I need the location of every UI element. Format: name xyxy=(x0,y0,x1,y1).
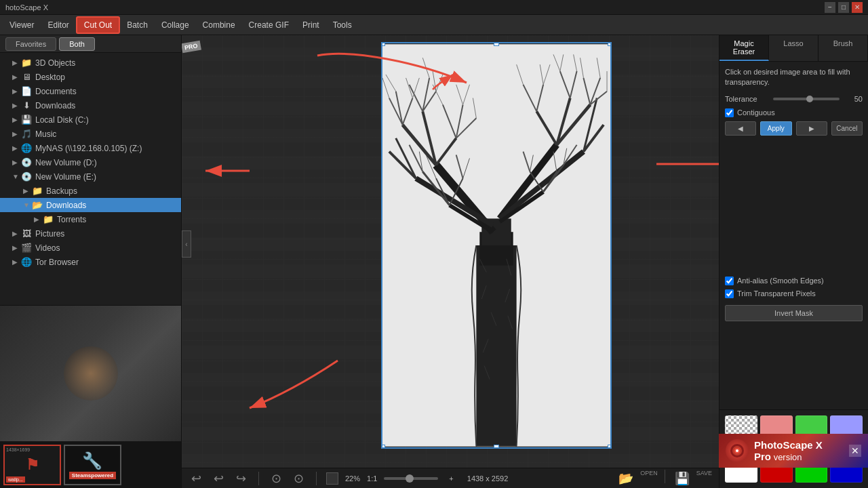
separator xyxy=(665,470,665,483)
tab-favorites[interactable]: Favorites xyxy=(5,37,56,51)
arrow-icon: ▶ xyxy=(12,73,19,81)
sidebar-item-pictures[interactable]: ▶ 🖼 Pictures xyxy=(0,226,181,241)
arrow-icon: ▶ xyxy=(12,159,19,166)
sidebar-item-downloads-top[interactable]: ▶ ⬇ Downloads xyxy=(0,98,181,113)
thumb-inner: 1438×1699 ⚑ wallp... xyxy=(5,446,60,484)
tab-both[interactable]: Both xyxy=(59,37,95,51)
sidebar-item-mynas[interactable]: ▶ 🌐 MyNAS (\\192.168.0.105) (Z:) xyxy=(0,141,181,155)
menu-batch[interactable]: Batch xyxy=(120,18,155,33)
trim-checkbox[interactable] xyxy=(725,289,734,298)
sidebar-item-newvol-d[interactable]: ▶ 💿 New Volume (D:) xyxy=(0,155,181,169)
tab-lasso[interactable]: Lasso xyxy=(769,35,818,61)
thumbnail-area: 1438×1699 ⚑ wallp... 🔧 Steamspowered xyxy=(0,305,181,488)
save-button[interactable]: 💾 xyxy=(672,470,692,487)
selection-handle-tr xyxy=(608,42,612,46)
music-icon: 🎵 xyxy=(21,129,32,139)
folder-icon: 📁 xyxy=(43,214,54,224)
tab-magic-eraser[interactable]: Magic Eraser xyxy=(719,35,769,61)
apply-button[interactable]: Apply xyxy=(760,121,791,136)
antialias-label[interactable]: Anti-alias (Smooth Edges) xyxy=(737,277,824,285)
separator xyxy=(316,472,317,485)
sidebar-item-torbrowser[interactable]: ▶ 🌐 Tor Browser xyxy=(0,255,181,269)
pro-logo xyxy=(726,439,749,462)
close-button[interactable]: ✕ xyxy=(852,2,863,13)
sidebar-item-backups[interactable]: ▶ 📁 Backups xyxy=(0,184,181,198)
disk-icon: 💾 xyxy=(21,115,32,125)
arrow-icon: ▶ xyxy=(12,102,19,109)
expand-arrow-icon: ▼ xyxy=(23,201,30,209)
sidebar-item-3dobjects[interactable]: ▶ 📁 3D Objects xyxy=(0,56,181,70)
undo-button[interactable]: ↩ xyxy=(189,470,204,487)
tolerance-value: 50 xyxy=(844,95,863,103)
maximize-button[interactable]: □ xyxy=(838,2,849,13)
zoom-slider[interactable] xyxy=(384,477,438,480)
version-label: version xyxy=(774,452,802,462)
sidebar: Favorites Both ▶ 📁 3D Objects ▶ 🖥 Deskto… xyxy=(0,35,182,488)
menu-viewer[interactable]: Viewer xyxy=(3,18,41,33)
cancel-button[interactable]: Cancel xyxy=(831,121,863,136)
trim-row: Trim Transparent Pixels xyxy=(725,289,863,298)
thumbnail-item[interactable]: 1438×1699 ⚑ wallp... xyxy=(3,445,61,485)
preview-blur xyxy=(64,346,118,401)
arrow-icon: ▶ xyxy=(23,187,30,195)
reset-button[interactable]: ⊙ xyxy=(269,470,284,487)
tree-image xyxy=(382,43,610,447)
selection-handle-tl xyxy=(381,42,385,46)
sidebar-item-music[interactable]: ▶ 🎵 Music xyxy=(0,127,181,141)
sidebar-collapse-handle[interactable]: ‹ xyxy=(182,230,191,258)
contiguous-label[interactable]: Contiguous xyxy=(737,108,775,117)
antialias-checkbox[interactable] xyxy=(725,277,734,285)
statusbar: ↩ ↩ ↪ ⊙ ⊙ 22% 1:1 + 1438 x 2592 📂 OPEN 💾… xyxy=(182,468,719,488)
menu-creategif[interactable]: Create GIF xyxy=(242,18,296,33)
menu-editor[interactable]: Editor xyxy=(41,18,75,33)
menu-cutout[interactable]: Cut Out xyxy=(76,16,120,34)
zoom-slider-thumb[interactable] xyxy=(406,474,414,483)
sidebar-item-desktop[interactable]: ▶ 🖥 Desktop xyxy=(0,70,181,84)
sidebar-item-downloads[interactable]: ▼ 📂 Downloads xyxy=(0,198,181,212)
folder-icon: 📁 xyxy=(32,186,43,196)
tolerance-thumb[interactable] xyxy=(806,96,813,102)
menu-combine[interactable]: Combine xyxy=(196,18,242,33)
prev-button[interactable]: ◀ xyxy=(725,121,756,136)
view-button[interactable]: ⊙ xyxy=(291,470,307,487)
trim-label[interactable]: Trim Transparent Pixels xyxy=(737,289,816,298)
arrow-icon: ▶ xyxy=(12,116,19,123)
arrow-icon: ▶ xyxy=(12,59,19,66)
next-button[interactable]: ▶ xyxy=(796,121,827,136)
arrow-icon: ▶ xyxy=(12,144,19,152)
canvas-content[interactable]: PRO xyxy=(182,35,719,468)
window-controls: − □ ✕ xyxy=(825,2,863,13)
download-icon: ⬇ xyxy=(21,100,32,110)
open-button[interactable]: 📂 xyxy=(616,470,636,487)
steamspowered-thumb: 🔧 Steamspowered xyxy=(69,451,116,479)
menu-print[interactable]: Print xyxy=(296,18,326,33)
tabbar: Favorites Both xyxy=(0,35,181,53)
tab-brush[interactable]: Brush xyxy=(818,35,868,61)
invert-mask-button[interactable]: Invert Mask xyxy=(725,305,863,321)
thumbnail-item-2[interactable]: 🔧 Steamspowered xyxy=(64,445,121,485)
sidebar-item-documents[interactable]: ▶ 📄 Documents xyxy=(0,84,181,98)
redo-button[interactable]: ↪ xyxy=(233,470,249,487)
menu-tools[interactable]: Tools xyxy=(326,18,359,33)
sidebar-item-videos[interactable]: ▶ 🎬 Videos xyxy=(0,241,181,255)
contiguous-checkbox[interactable] xyxy=(725,108,734,117)
minimize-button[interactable]: − xyxy=(825,2,835,13)
right-panel: Magic Eraser Lasso Brush Click on desire… xyxy=(719,35,868,488)
pro-banner-close[interactable]: ✕ xyxy=(849,445,861,457)
preview-area xyxy=(0,306,181,441)
undo2-button[interactable]: ↩ xyxy=(211,470,226,487)
menu-collage[interactable]: Collage xyxy=(155,18,196,33)
window-title: hotoScape X xyxy=(5,3,48,12)
zoom-ratio: 1:1 xyxy=(367,474,377,483)
titlebar: hotoScape X − □ ✕ xyxy=(0,0,868,15)
sidebar-item-torrents[interactable]: ▶ 📁 Torrents xyxy=(0,212,181,226)
desktop-icon: 🖥 xyxy=(21,72,32,82)
contiguous-row: Contiguous xyxy=(725,108,863,117)
tool-content: Click on desired image area to fill with… xyxy=(719,62,868,409)
arrow-icon: ▶ xyxy=(12,258,19,266)
zoom-icon[interactable]: + xyxy=(449,474,453,483)
sidebar-item-localdisk[interactable]: ▶ 💾 Local Disk (C:) xyxy=(0,113,181,127)
tolerance-slider[interactable] xyxy=(773,98,840,100)
sidebar-item-newvol-e[interactable]: ▼ 💿 New Volume (E:) xyxy=(0,169,181,184)
selection-handle-bc xyxy=(494,445,499,449)
